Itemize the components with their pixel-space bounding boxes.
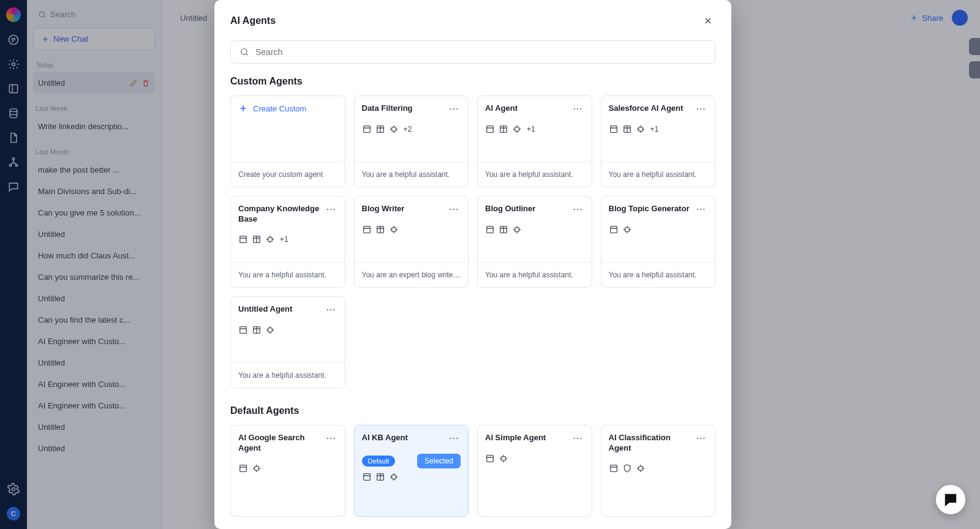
chip-icon [512, 225, 522, 234]
panel-icon [362, 472, 372, 482]
modal-title: AI Agents [230, 15, 276, 26]
svg-rect-13 [363, 126, 370, 133]
chip-icon [389, 225, 399, 234]
svg-rect-21 [515, 127, 519, 132]
more-button[interactable] [324, 304, 337, 315]
more-button[interactable] [571, 204, 584, 215]
agent-desc: You are a helpful assistant. [478, 262, 592, 287]
svg-point-29 [330, 209, 331, 210]
svg-point-58 [330, 438, 331, 439]
extra-count: +1 [280, 235, 288, 244]
more-button[interactable] [571, 433, 584, 444]
svg-point-46 [697, 209, 698, 210]
book-icon [499, 225, 508, 234]
agent-title: AI KB Agent [362, 433, 408, 443]
edge-handle-icon[interactable] [969, 38, 980, 55]
agent-title: Blog Topic Generator [609, 204, 690, 214]
svg-rect-76 [610, 465, 617, 471]
svg-point-41 [576, 209, 578, 210]
svg-point-75 [703, 438, 704, 439]
more-button[interactable] [447, 204, 461, 215]
svg-point-9 [241, 49, 247, 54]
shield-icon [622, 463, 632, 473]
extra-count: +1 [527, 125, 535, 133]
modal-body: Custom Agents Create Custom Create your … [214, 34, 731, 529]
svg-point-10 [450, 108, 451, 110]
svg-point-30 [333, 209, 334, 210]
create-custom-label: Create Custom [253, 104, 306, 113]
modal-search-input[interactable] [255, 47, 706, 57]
svg-point-12 [456, 108, 458, 110]
chip-icon [636, 463, 646, 473]
svg-point-64 [456, 438, 458, 439]
more-button[interactable] [324, 433, 337, 444]
svg-point-35 [453, 209, 454, 210]
book-icon [499, 124, 508, 134]
agent-card[interactable]: Data Filtering +2 You are a helpful assi… [354, 96, 469, 187]
agent-card[interactable]: Blog Writer You are an expert blog write… [354, 196, 469, 288]
panel-icon [238, 463, 248, 473]
chip-icon [622, 225, 632, 234]
agent-card[interactable]: Blog Outliner You are a helpful assistan… [477, 196, 592, 288]
agent-desc: You are a helpful assistant. [231, 262, 345, 287]
agent-desc: You are a helpful assistant. [478, 162, 592, 187]
more-button[interactable] [694, 433, 707, 444]
extra-count: +2 [404, 125, 412, 133]
panel-icon [238, 234, 248, 244]
agent-card[interactable]: AI Google Search Agent [230, 425, 345, 517]
svg-point-59 [333, 438, 334, 439]
svg-rect-43 [487, 227, 494, 233]
agent-card[interactable]: AI Agent +1 You are a helpful assistant. [477, 96, 592, 187]
chip-icon [389, 124, 399, 134]
svg-point-57 [326, 438, 328, 439]
svg-rect-50 [625, 228, 629, 232]
default-agents-title: Default Agents [230, 405, 715, 416]
svg-point-62 [450, 438, 451, 439]
selected-badge: Selected [417, 454, 461, 468]
edge-handle-icon[interactable] [969, 61, 980, 78]
more-button[interactable] [694, 103, 707, 114]
agent-card[interactable]: Company Knowledge Base +1 You are a help… [230, 196, 345, 288]
default-badge: Default [362, 456, 396, 467]
more-button[interactable] [694, 204, 707, 215]
agent-desc: You are a helpful assistant. [601, 162, 715, 187]
extra-count: +1 [650, 125, 659, 133]
agent-card[interactable]: Salesforce AI Agent +1 You are a helpful… [601, 96, 716, 187]
agent-card[interactable]: Untitled Agent You are a helpful assista… [230, 296, 345, 388]
svg-rect-56 [268, 328, 273, 332]
chip-icon [252, 463, 262, 473]
close-button[interactable] [701, 13, 715, 28]
svg-rect-37 [363, 227, 370, 233]
agent-card[interactable]: Blog Topic Generator You are a helpful a… [601, 196, 716, 288]
svg-rect-45 [515, 228, 519, 232]
svg-rect-54 [240, 327, 247, 334]
modal-search[interactable] [230, 40, 715, 64]
agent-card[interactable]: AI Classification Agent [601, 425, 716, 517]
agent-card[interactable]: AI Simple Agent [477, 425, 592, 517]
default-agents-grid: AI Google Search Agent AI KB Agent Defau… [230, 425, 715, 517]
panel-icon [485, 124, 495, 134]
more-button[interactable] [324, 204, 337, 215]
agent-title: Data Filtering [362, 103, 413, 114]
svg-point-52 [330, 309, 331, 310]
svg-point-18 [580, 108, 581, 110]
svg-rect-65 [363, 474, 370, 481]
svg-rect-72 [502, 457, 506, 461]
book-icon [375, 472, 385, 482]
book-icon [375, 124, 385, 134]
more-button[interactable] [447, 103, 461, 114]
create-custom-card[interactable]: Create Custom Create your custom agent [230, 96, 345, 187]
agent-title: Blog Outliner [485, 204, 535, 214]
agent-card-selected[interactable]: AI KB Agent Default Selected [354, 425, 469, 517]
svg-point-69 [576, 438, 578, 439]
chat-fab[interactable] [936, 485, 965, 514]
more-button[interactable] [447, 433, 461, 444]
svg-point-74 [700, 438, 701, 439]
panel-icon [609, 463, 619, 473]
panel-icon [485, 225, 495, 234]
panel-icon [485, 454, 495, 463]
search-icon [239, 47, 249, 57]
svg-rect-60 [240, 465, 247, 471]
svg-point-53 [333, 309, 334, 310]
more-button[interactable] [571, 103, 584, 114]
